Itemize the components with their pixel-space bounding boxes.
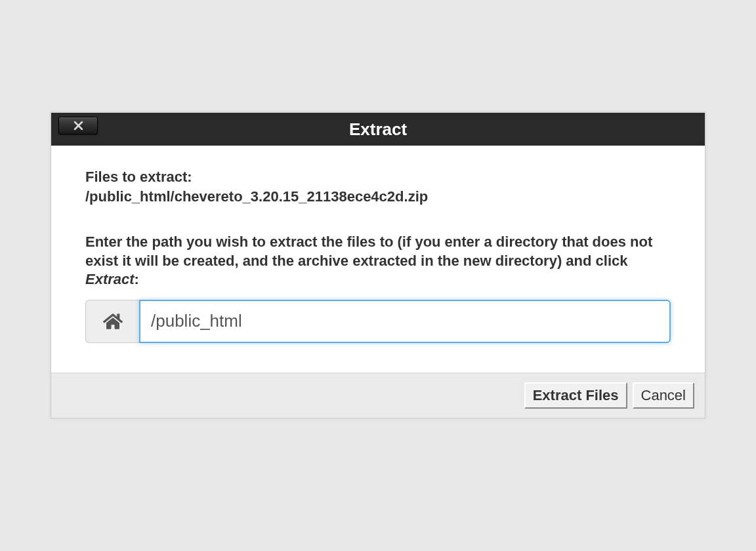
files-to-extract-label: Files to extract: bbox=[85, 169, 671, 186]
file-path: /public_html/chevereto_3.20.15_21138ece4… bbox=[85, 188, 671, 205]
extract-files-button[interactable]: Extract Files bbox=[524, 382, 627, 409]
dialog-body: Files to extract: /public_html/chevereto… bbox=[51, 146, 705, 373]
cancel-button[interactable]: Cancel bbox=[633, 382, 694, 409]
close-button[interactable] bbox=[58, 117, 98, 134]
instruction-text: Enter the path you wish to extract the f… bbox=[85, 233, 671, 289]
home-addon[interactable] bbox=[85, 300, 139, 343]
close-icon bbox=[74, 121, 83, 131]
extract-dialog: Extract Files to extract: /public_html/c… bbox=[51, 112, 705, 418]
path-input-group bbox=[85, 300, 671, 343]
dialog-title: Extract bbox=[349, 119, 407, 140]
extract-path-input[interactable] bbox=[139, 300, 671, 343]
dialog-header: Extract bbox=[51, 113, 705, 146]
dialog-footer: Extract Files Cancel bbox=[51, 373, 705, 418]
home-icon bbox=[103, 312, 123, 331]
